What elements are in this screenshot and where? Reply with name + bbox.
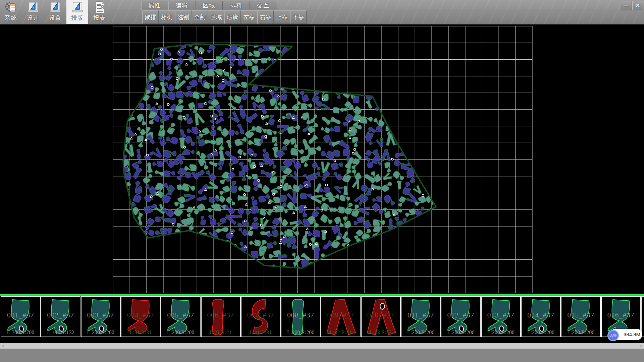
nested-pieces	[109, 31, 438, 277]
app-button-label: 系统	[0, 14, 22, 22]
part-lr-label: L:200 R:200	[161, 329, 200, 336]
part-lr-label: L:200 R:200	[561, 329, 600, 336]
part-id-label: 008_#37	[281, 311, 320, 319]
toolbar: 系统 设计 设置	[0, 0, 644, 24]
horizontal-scrollbar[interactable]: ‹ ›	[0, 343, 644, 349]
canvas-svg	[0, 24, 644, 295]
part-lr-label: L:33 R:33	[362, 329, 400, 336]
part-tile-10[interactable]: 010_#37L:33 R:33	[361, 296, 401, 337]
part-tile-7[interactable]: 007_#37L:31 R:31	[241, 296, 281, 337]
part-lr-label: L:700 R:700	[1, 329, 40, 336]
menu-item-1[interactable]: 编辑	[168, 1, 196, 10]
badge-size-label: 384.8M	[623, 329, 641, 340]
part-id-label: 0	[642, 311, 644, 319]
part-lr-label: L:21 R:21	[202, 329, 240, 336]
menu-row: 属性编辑区域排料交互	[141, 1, 277, 10]
part-id-label: 016_#37	[602, 311, 640, 319]
part-tile-13[interactable]: 013_#37L:200 R:200	[481, 296, 521, 337]
nesting-canvas[interactable]	[0, 24, 644, 295]
part-id-label: 009_#37	[321, 311, 360, 319]
part-id-label: 004_#37	[121, 311, 160, 319]
tool-button-9[interactable]: 下靠	[290, 10, 307, 24]
part-lr-label: L:200 R:200	[281, 329, 320, 336]
part-tile-14[interactable]: 014_#37L:200 R:200	[521, 296, 561, 337]
tool-button-4[interactable]: 区域	[208, 10, 224, 24]
part-tile-12[interactable]: 012_#37L:200 R:200	[441, 296, 481, 337]
part-lr-label: L:31 R:31	[241, 329, 280, 336]
tool-button-2[interactable]: 选割	[175, 10, 192, 24]
part-lr-label: L:31 R:31	[121, 329, 160, 336]
part-id-label: 005_#37	[161, 311, 200, 319]
part-lr-label: L:200 R:200	[441, 329, 480, 336]
part-id-label: 012_#37	[441, 311, 480, 319]
tool-row: 聚排相机选割全割区域瑕疵左靠右靠上靠下靠	[142, 10, 307, 24]
scroll-left-arrow-icon[interactable]: ‹	[0, 343, 6, 349]
part-id-label: 007_#37	[241, 311, 280, 319]
part-id-label: 001_#37	[1, 311, 40, 319]
part-id-label: 002_#37	[41, 311, 80, 319]
part-id-label: 011_#37	[401, 311, 440, 319]
app-button-design[interactable]: 设计	[22, 0, 44, 24]
part-id-label: 006_#37	[202, 311, 240, 319]
tool-button-3[interactable]: 全割	[192, 10, 208, 24]
ruler-icon	[49, 1, 62, 14]
app-button-nesting[interactable]: 排版	[66, 0, 88, 24]
part-id-label: 015_#37	[561, 311, 600, 319]
parts-strip: 001_#37L:700 R:700002_#37L:132 R:132003_…	[0, 294, 644, 339]
app-button-label: 排版	[66, 14, 88, 22]
part-tile-9[interactable]: 009_#37L:32 R:31	[321, 296, 361, 337]
part-id-label: 014_#37	[522, 311, 560, 319]
tool-button-7[interactable]: 右靠	[257, 10, 274, 24]
ruler-icon	[71, 1, 84, 14]
part-lr-label: L:132 R:132	[41, 329, 80, 336]
app-button-settings[interactable]: 设置	[44, 0, 66, 24]
part-lr-label: L:200 R:200	[401, 329, 440, 336]
part-tile-11[interactable]: 011_#37L:200 R:200	[401, 296, 441, 337]
part-lr-label: L:200 R:200	[482, 329, 520, 336]
part-tile-8[interactable]: 008_#37L:200 R:200	[281, 296, 321, 337]
part-tile-15[interactable]: 015_#37L:200 R:200	[561, 296, 601, 337]
part-lr-label: L:32 R:31	[321, 329, 360, 336]
app-button-system[interactable]: 系统	[0, 0, 22, 24]
part-tile-5[interactable]: 005_#37L:200 R:200	[161, 296, 201, 337]
strip-accent-line	[0, 294, 644, 296]
app-button-label: 设置	[44, 14, 66, 22]
part-tile-3[interactable]: 003_#37L:200 R:200	[81, 296, 121, 337]
menu-item-3[interactable]: 排料	[223, 1, 250, 10]
tool-button-1[interactable]: 相机	[159, 10, 175, 24]
part-id-label: 003_#37	[82, 311, 120, 319]
part-id-label: 010_#37	[362, 311, 400, 319]
app-button-report[interactable]: 报表	[89, 0, 110, 24]
minimize-button[interactable]: ─	[621, 1, 632, 10]
tool-button-6[interactable]: 左靠	[241, 10, 257, 24]
app-button-label: 设计	[22, 14, 44, 22]
close-button[interactable]: ✕	[632, 1, 643, 10]
report-icon	[93, 1, 106, 14]
badge-percent-circle: 38%	[607, 330, 619, 341]
menu-item-0[interactable]: 属性	[141, 1, 168, 10]
part-tile-1[interactable]: 001_#37L:700 R:700	[1, 296, 41, 337]
progress-badge[interactable]: 384.8M 38%	[607, 329, 642, 342]
tool-button-0[interactable]: 聚排	[142, 10, 159, 24]
part-lr-label: L:200 R:200	[522, 329, 560, 336]
tool-button-5[interactable]: 瑕疵	[224, 10, 241, 24]
tool-button-8[interactable]: 上靠	[274, 10, 290, 24]
menu-item-4[interactable]: 交互	[250, 1, 277, 10]
scroll-right-arrow-icon[interactable]: ›	[638, 343, 644, 349]
part-tile-4[interactable]: 004_#37L:31 R:31	[121, 296, 161, 337]
part-tile-6[interactable]: 006_#37L:21 R:21	[201, 296, 241, 337]
status-bar	[0, 349, 644, 362]
ruler-icon	[27, 1, 40, 14]
part-id-label: 013_#37	[482, 311, 520, 319]
app-button-label: 报表	[89, 14, 110, 22]
part-lr-label: L:200 R:200	[82, 329, 120, 336]
gear-icon	[5, 1, 17, 14]
application-window: 系统 设计 设置	[0, 0, 644, 362]
menu-item-2[interactable]: 区域	[196, 1, 223, 10]
part-tile-2[interactable]: 002_#37L:132 R:132	[41, 296, 80, 337]
